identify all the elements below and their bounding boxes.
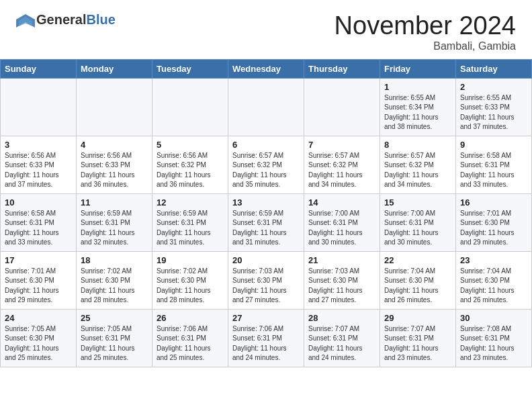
day-info: Sunrise: 7:02 AM Sunset: 6:30 PM Dayligh… (157, 267, 224, 306)
day-info: Sunrise: 6:57 AM Sunset: 6:32 PM Dayligh… (384, 151, 451, 190)
calendar-cell: 19Sunrise: 7:02 AM Sunset: 6:30 PM Dayli… (152, 251, 228, 309)
day-number: 9 (460, 140, 527, 150)
logo: GeneralBlue (16, 12, 116, 28)
day-info: Sunrise: 7:01 AM Sunset: 6:30 PM Dayligh… (5, 267, 72, 306)
calendar-cell: 26Sunrise: 7:06 AM Sunset: 6:31 PM Dayli… (152, 309, 228, 367)
day-number: 6 (232, 140, 300, 150)
day-number: 8 (384, 140, 451, 150)
day-info: Sunrise: 7:02 AM Sunset: 6:30 PM Dayligh… (81, 267, 148, 306)
weekday-header-tuesday: Tuesday (152, 59, 228, 78)
day-info: Sunrise: 6:58 AM Sunset: 6:31 PM Dayligh… (460, 151, 527, 190)
title-block: November 2024 Bambali, Gambia (335, 12, 516, 52)
weekday-header-monday: Monday (77, 59, 152, 78)
day-number: 28 (308, 313, 375, 323)
day-number: 10 (5, 197, 72, 208)
day-number: 3 (5, 140, 72, 150)
calendar-week-row: 3Sunrise: 6:56 AM Sunset: 6:33 PM Daylig… (1, 136, 532, 193)
calendar-cell: 8Sunrise: 6:57 AM Sunset: 6:32 PM Daylig… (380, 136, 456, 193)
calendar-cell: 18Sunrise: 7:02 AM Sunset: 6:30 PM Dayli… (77, 251, 152, 309)
calendar-cell: 28Sunrise: 7:07 AM Sunset: 6:31 PM Dayli… (304, 309, 380, 367)
page-header: GeneralBlue November 2024 Bambali, Gambi… (0, 0, 532, 59)
day-number: 13 (232, 197, 300, 208)
calendar-cell: 11Sunrise: 6:59 AM Sunset: 6:31 PM Dayli… (77, 193, 152, 251)
calendar-table: SundayMondayTuesdayWednesdayThursdayFrid… (0, 59, 532, 367)
day-number: 16 (460, 197, 527, 208)
weekday-header-thursday: Thursday (304, 59, 380, 78)
day-info: Sunrise: 6:59 AM Sunset: 6:31 PM Dayligh… (157, 209, 224, 248)
day-info: Sunrise: 7:00 AM Sunset: 6:31 PM Dayligh… (308, 209, 375, 248)
day-info: Sunrise: 7:04 AM Sunset: 6:30 PM Dayligh… (384, 267, 451, 306)
day-number: 20 (232, 255, 300, 265)
day-number: 30 (460, 313, 527, 323)
day-number: 26 (157, 313, 224, 323)
calendar-cell: 13Sunrise: 6:59 AM Sunset: 6:31 PM Dayli… (228, 193, 304, 251)
weekday-header-saturday: Saturday (456, 59, 532, 78)
logo-blue: Blue (86, 12, 115, 28)
logo-general: General (36, 12, 86, 28)
weekday-header-friday: Friday (380, 59, 456, 78)
day-info: Sunrise: 7:03 AM Sunset: 6:30 PM Dayligh… (308, 267, 375, 306)
day-number: 17 (5, 255, 72, 265)
day-info: Sunrise: 7:07 AM Sunset: 6:31 PM Dayligh… (384, 324, 451, 363)
day-info: Sunrise: 7:06 AM Sunset: 6:31 PM Dayligh… (157, 324, 224, 363)
day-info: Sunrise: 7:01 AM Sunset: 6:30 PM Dayligh… (460, 209, 527, 248)
calendar-week-row: 10Sunrise: 6:58 AM Sunset: 6:31 PM Dayli… (1, 193, 532, 251)
day-info: Sunrise: 6:59 AM Sunset: 6:31 PM Dayligh… (81, 209, 148, 248)
calendar-cell (152, 78, 228, 136)
day-number: 2 (460, 82, 527, 92)
calendar-cell: 9Sunrise: 6:58 AM Sunset: 6:31 PM Daylig… (456, 136, 532, 193)
day-number: 12 (157, 197, 224, 208)
calendar-cell: 1Sunrise: 6:55 AM Sunset: 6:34 PM Daylig… (380, 78, 456, 136)
day-info: Sunrise: 7:05 AM Sunset: 6:30 PM Dayligh… (5, 324, 72, 363)
location: Bambali, Gambia (335, 40, 516, 52)
day-info: Sunrise: 6:56 AM Sunset: 6:33 PM Dayligh… (81, 151, 148, 190)
day-number: 19 (157, 255, 224, 265)
calendar-cell: 20Sunrise: 7:03 AM Sunset: 6:30 PM Dayli… (228, 251, 304, 309)
calendar-week-row: 24Sunrise: 7:05 AM Sunset: 6:30 PM Dayli… (1, 309, 532, 367)
day-number: 5 (157, 140, 224, 150)
logo-icon (16, 13, 35, 28)
calendar-cell: 22Sunrise: 7:04 AM Sunset: 6:30 PM Dayli… (380, 251, 456, 309)
day-info: Sunrise: 7:00 AM Sunset: 6:31 PM Dayligh… (384, 209, 451, 248)
day-info: Sunrise: 7:05 AM Sunset: 6:31 PM Dayligh… (81, 324, 148, 363)
day-number: 23 (460, 255, 527, 265)
day-number: 1 (384, 82, 451, 92)
day-number: 4 (81, 140, 148, 150)
day-info: Sunrise: 6:56 AM Sunset: 6:33 PM Dayligh… (5, 151, 72, 190)
day-info: Sunrise: 7:08 AM Sunset: 6:31 PM Dayligh… (460, 324, 527, 363)
day-number: 15 (384, 197, 451, 208)
month-title: November 2024 (335, 12, 516, 40)
calendar-cell (304, 78, 380, 136)
day-info: Sunrise: 6:57 AM Sunset: 6:32 PM Dayligh… (232, 151, 300, 190)
calendar-cell: 3Sunrise: 6:56 AM Sunset: 6:33 PM Daylig… (1, 136, 77, 193)
calendar-cell: 23Sunrise: 7:04 AM Sunset: 6:30 PM Dayli… (456, 251, 532, 309)
calendar-cell: 4Sunrise: 6:56 AM Sunset: 6:33 PM Daylig… (77, 136, 152, 193)
calendar-cell: 30Sunrise: 7:08 AM Sunset: 6:31 PM Dayli… (456, 309, 532, 367)
day-info: Sunrise: 7:06 AM Sunset: 6:31 PM Dayligh… (232, 324, 300, 363)
calendar-cell: 7Sunrise: 6:57 AM Sunset: 6:32 PM Daylig… (304, 136, 380, 193)
calendar-cell (1, 78, 77, 136)
day-info: Sunrise: 7:03 AM Sunset: 6:30 PM Dayligh… (232, 267, 300, 306)
day-info: Sunrise: 6:55 AM Sunset: 6:34 PM Dayligh… (384, 93, 451, 132)
weekday-header-wednesday: Wednesday (228, 59, 304, 78)
day-info: Sunrise: 6:56 AM Sunset: 6:32 PM Dayligh… (157, 151, 224, 190)
day-number: 27 (232, 313, 300, 323)
calendar-cell: 24Sunrise: 7:05 AM Sunset: 6:30 PM Dayli… (1, 309, 77, 367)
day-number: 7 (308, 140, 375, 150)
calendar-cell (77, 78, 152, 136)
day-number: 11 (81, 197, 148, 208)
calendar-week-row: 17Sunrise: 7:01 AM Sunset: 6:30 PM Dayli… (1, 251, 532, 309)
calendar-cell: 27Sunrise: 7:06 AM Sunset: 6:31 PM Dayli… (228, 309, 304, 367)
calendar-cell: 15Sunrise: 7:00 AM Sunset: 6:31 PM Dayli… (380, 193, 456, 251)
day-info: Sunrise: 6:58 AM Sunset: 6:31 PM Dayligh… (5, 209, 72, 248)
day-number: 22 (384, 255, 451, 265)
weekday-header-row: SundayMondayTuesdayWednesdayThursdayFrid… (1, 59, 532, 78)
calendar-cell: 6Sunrise: 6:57 AM Sunset: 6:32 PM Daylig… (228, 136, 304, 193)
day-info: Sunrise: 7:07 AM Sunset: 6:31 PM Dayligh… (308, 324, 375, 363)
calendar-cell: 5Sunrise: 6:56 AM Sunset: 6:32 PM Daylig… (152, 136, 228, 193)
day-info: Sunrise: 6:57 AM Sunset: 6:32 PM Dayligh… (308, 151, 375, 190)
calendar-cell: 16Sunrise: 7:01 AM Sunset: 6:30 PM Dayli… (456, 193, 532, 251)
day-number: 14 (308, 197, 375, 208)
calendar-cell: 17Sunrise: 7:01 AM Sunset: 6:30 PM Dayli… (1, 251, 77, 309)
calendar-cell: 12Sunrise: 6:59 AM Sunset: 6:31 PM Dayli… (152, 193, 228, 251)
